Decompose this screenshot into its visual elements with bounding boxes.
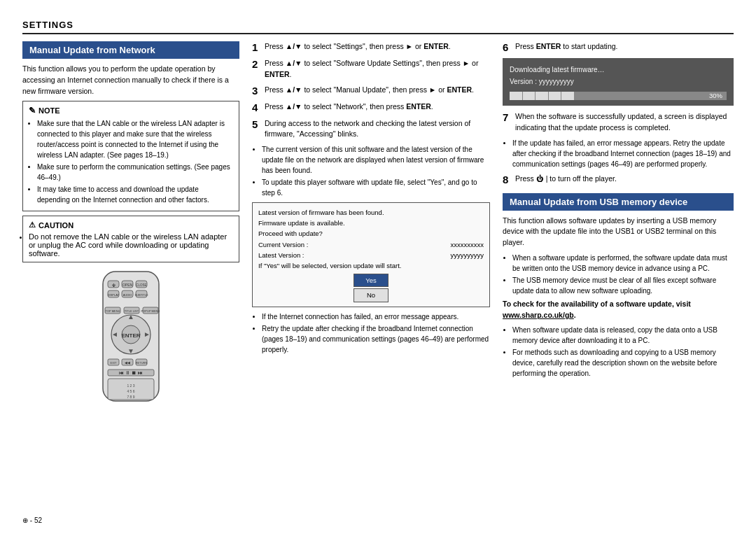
note-box: ✎ NOTE Make sure that the LAN cable or t… xyxy=(22,101,239,211)
dialog-no-button[interactable]: No xyxy=(354,288,388,302)
dialog-line3: Proceed with update? xyxy=(258,228,484,239)
svg-text:AUDIO: AUDIO xyxy=(123,293,132,297)
svg-text:7  8  9: 7 8 9 xyxy=(127,395,134,399)
check-notes: When software update data is released, c… xyxy=(503,325,734,379)
svg-text:EXIT: EXIT xyxy=(111,361,117,365)
caution-box: ⚠ CAUTION Do not remove the LAN cable or… xyxy=(22,216,239,262)
step-num-7: 7 xyxy=(503,111,512,124)
settings-header: SETTINGS xyxy=(22,20,734,34)
note-item: Make sure that the LAN cable or the wire… xyxy=(37,118,233,160)
check-bold: To check for the availability of a softw… xyxy=(503,299,734,321)
step-num-5: 5 xyxy=(252,118,262,131)
svg-text:ENTER: ENTER xyxy=(121,332,140,339)
svg-text:POPUP MENU: POPUP MENU xyxy=(141,309,160,313)
after-dialog-notes: If the Internet connection has failed, a… xyxy=(252,311,490,355)
step5-note-1: The current version of this unit softwar… xyxy=(262,144,490,176)
dialog-current-label: Current Version : xyxy=(258,239,308,250)
usb-note-1: When a software update is performed, the… xyxy=(512,253,734,274)
progress-bar: 30% xyxy=(510,92,727,100)
step-num-3: 3 xyxy=(252,85,262,97)
svg-text:►: ► xyxy=(144,330,150,338)
caution-list: Do not remove the LAN cable or the wirel… xyxy=(29,232,233,258)
usb-intro: This function allows software updates by… xyxy=(503,216,734,248)
svg-text:⏮ ⏸ ⏹ ⏭: ⏮ ⏸ ⏹ ⏭ xyxy=(119,370,143,375)
seg2 xyxy=(523,92,536,100)
svg-text:⏻: ⏻ xyxy=(112,283,115,287)
note-title: ✎ NOTE xyxy=(29,106,233,115)
step-3: 3 Press ▲/▼ to select "Manual Update", t… xyxy=(252,85,490,97)
svg-text:1  2  3: 1 2 3 xyxy=(127,384,134,388)
download-line1: Downloading latest firmware… xyxy=(510,64,727,76)
step-num-6: 6 xyxy=(503,41,512,54)
remote-illustration: ⏻ OPEN CLOSE DISPLAY AUDIO SUBTITLE ENTE… xyxy=(78,268,183,380)
caution-item: Do not remove the LAN cable or the wirel… xyxy=(29,232,233,258)
svg-text:DISPLAY: DISPLAY xyxy=(108,293,120,297)
svg-text:4  5  6: 4 5 6 xyxy=(127,389,134,393)
step-num-2: 2 xyxy=(252,58,262,71)
svg-text:◄: ◄ xyxy=(111,330,118,338)
progress-percent: 30% xyxy=(709,90,722,101)
seg4 xyxy=(549,92,562,100)
step-text-4: Press ▲/▼ to select "Network", then pres… xyxy=(265,101,433,113)
seg3 xyxy=(536,92,549,100)
svg-text:CLOSE: CLOSE xyxy=(136,283,146,287)
step-4: 4 Press ▲/▼ to select "Network", then pr… xyxy=(252,101,490,114)
progress-segments xyxy=(510,92,575,100)
step-6: 6 Press ENTER to start updating. xyxy=(503,41,734,54)
dialog-current: Current Version : xxxxxxxxxx xyxy=(258,239,484,250)
note-list: Make sure that the LAN cable or the wire… xyxy=(29,118,233,205)
svg-text:▲: ▲ xyxy=(127,313,134,321)
note-item: Make sure to perform the communication s… xyxy=(37,162,233,183)
usb-notes: When a software update is performed, the… xyxy=(503,253,734,296)
footer-left: ⊕ - 52 xyxy=(22,517,42,524)
steps-list: 1 Press ▲/▼ to select "Settings", then p… xyxy=(252,41,490,355)
seg5 xyxy=(561,92,575,100)
dialog-latest: Latest Version : yyyyyyyyyy xyxy=(258,250,484,260)
step-num-8: 8 xyxy=(503,174,512,186)
note-icon: ✎ xyxy=(29,106,36,115)
dialog-latest-value: yyyyyyyyyy xyxy=(451,250,484,260)
usb-section-title: Manual Update from USB memory device xyxy=(503,193,734,211)
step-text-6: Press ENTER to start updating. xyxy=(515,41,618,52)
dialog-line2: Firmware update is available. xyxy=(258,218,484,228)
step-text-5: During access to the network and checkin… xyxy=(265,118,490,141)
check-note-2: For methods such as downloading and copy… xyxy=(512,347,734,379)
after-dialog-note-1: If the Internet connection has failed, a… xyxy=(262,311,490,322)
svg-text:TITLE LIST: TITLE LIST xyxy=(125,309,139,313)
step7-note-1: If the update has failed, an error messa… xyxy=(512,138,734,169)
middle-column: 1 Press ▲/▼ to select "Settings", then p… xyxy=(252,41,490,517)
caution-title: ⚠ CAUTION xyxy=(29,220,233,230)
step5-note-2: To update this player software with upda… xyxy=(262,177,490,198)
svg-text:▼: ▼ xyxy=(127,347,134,355)
step-5: 5 During access to the network and check… xyxy=(252,118,490,141)
right-column: 6 Press ENTER to start updating. Downloa… xyxy=(503,41,734,517)
dialog-current-value: xxxxxxxxxx xyxy=(451,239,484,250)
caution-icon: ⚠ xyxy=(29,220,36,230)
seg1 xyxy=(510,92,523,100)
step-text-7: When the software is successfully update… xyxy=(515,111,734,134)
download-line2: Version : yyyyyyyyyy xyxy=(510,76,727,87)
dialog-latest-label: Latest Version : xyxy=(258,250,304,260)
step-7: 7 When the software is successfully upda… xyxy=(503,111,734,134)
after-dialog-note-2: Retry the update after checking if the b… xyxy=(262,323,490,355)
step-num-4: 4 xyxy=(252,101,262,114)
step-text-1: Press ▲/▼ to select "Settings", then pre… xyxy=(265,41,451,52)
dialog-note: If "Yes" will be selected, version updat… xyxy=(258,260,484,271)
dialog-buttons: Yes No xyxy=(258,274,484,302)
url-link: www.sharp.co.uk/gb xyxy=(503,311,574,319)
page: SETTINGS Manual Update from Network This… xyxy=(0,0,756,534)
step-8: 8 Press ⏻ | to turn off the player. xyxy=(503,174,734,186)
step-5-notes: The current version of this unit softwar… xyxy=(252,144,490,198)
step-text-2: Press ▲/▼ to select "Software Update Set… xyxy=(265,58,490,80)
firmware-dialog: Latest version of firmware has been foun… xyxy=(252,202,490,307)
page-footer: ⊕ - 52 xyxy=(22,517,734,524)
step-2: 2 Press ▲/▼ to select "Software Update S… xyxy=(252,58,490,80)
left-column: Manual Update from Network This function… xyxy=(22,41,239,517)
svg-text:◀◀: ◀◀ xyxy=(125,360,130,365)
svg-text:TOP MENU: TOP MENU xyxy=(106,309,120,313)
step-text-3: Press ▲/▼ to select "Manual Update", the… xyxy=(265,85,474,96)
svg-text:OPEN: OPEN xyxy=(122,283,133,287)
step-7-notes: If the update has failed, an error messa… xyxy=(503,138,734,169)
step-num-1: 1 xyxy=(252,41,262,54)
dialog-yes-button[interactable]: Yes xyxy=(354,274,388,287)
